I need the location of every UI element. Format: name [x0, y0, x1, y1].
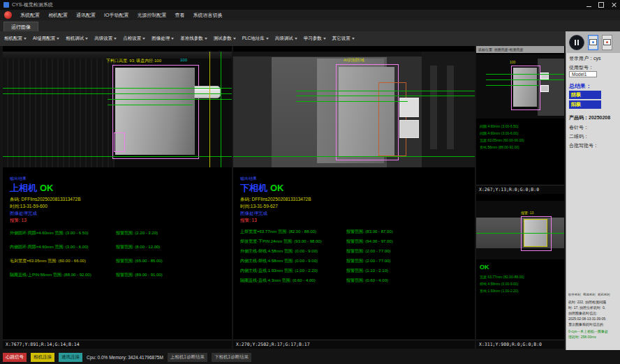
- reference-line: [3, 156, 232, 157]
- toolbar: 相机配置 AI使用配置 相机调试 高级设置 点检设置 图像处理 基准线参数 测试…: [0, 31, 566, 46]
- status-bar: 心跳信号 相机连接 通讯连接 Cpu: 0.0% Memory: 3424.41…: [0, 350, 620, 364]
- menu-item-view[interactable]: 查看: [175, 12, 184, 19]
- camera-image-top[interactable]: 下料口高度: 93; 吸盘内径:100 100: [3, 52, 232, 167]
- maximize-icon[interactable]: [598, 2, 604, 8]
- chevron-down-icon: [233, 38, 236, 40]
- menu-item-camera-config[interactable]: 相机配置: [48, 12, 68, 19]
- camera-title: 下相机: [240, 183, 267, 193]
- preview-image-top[interactable]: 100: [476, 54, 564, 119]
- preview-top-panel: 100 间隙:4.60mm (3.00-6.50) 间隙:4.60mm (3.0…: [476, 53, 564, 194]
- measurement-row: 内侧主线-焊线:4.58mm 范围: (0.00 - 9.00) 报警范围: (…: [240, 258, 472, 265]
- reference-line: [476, 233, 564, 234]
- measurement-alarm-range: 报警范围: (0.60 - 4.00): [346, 278, 388, 284]
- measurement-alarm-range: 报警范围: (94.00 - 97.00): [346, 238, 393, 245]
- toolbar-item-label: 相机调试: [66, 36, 84, 42]
- toolbar-item-label: 相机配置: [4, 36, 22, 42]
- camera-view-button-2[interactable]: [602, 35, 612, 50]
- toolbar-item-plc-address[interactable]: PLC地址库: [242, 36, 269, 42]
- toolbar-item-spot-check[interactable]: 点检设置: [123, 36, 145, 42]
- preview-measure-line: 宽度:63.05mm (60.00-66.00): [480, 138, 524, 142]
- toolbar-item-camera-config[interactable]: 相机配置: [4, 36, 27, 42]
- measurement-row: 隔圈直线-直线:4.3mm 范围: (0.60 - 4.00) 报警范围: (0…: [240, 278, 472, 285]
- stats-line: 耗时: 222, 拍照检测间隔: [568, 300, 606, 304]
- camera-image-bottom[interactable]: AI识别区域: [233, 52, 475, 167]
- menu-item-light-control-config[interactable]: 光源控制配置: [137, 12, 166, 19]
- model-select[interactable]: Model1: [569, 71, 597, 77]
- toolbar-item-ai-usage-config[interactable]: AI使用配置: [33, 36, 59, 42]
- stats-tab-software[interactable]: 软件耗时: [568, 293, 581, 296]
- measurement-alarm-range: 报警范围: (2.00 - 77.00): [346, 258, 390, 264]
- toolbar-item-learning-params[interactable]: 学习参数: [304, 36, 326, 42]
- reference-line: [486, 74, 564, 75]
- measurement-alarm-range: 报警范围: (2.20 - 3.20): [116, 230, 158, 236]
- result-ok-label: OK: [40, 183, 54, 193]
- stats-tabs: 软件耗时 视觉耗时 相机耗时: [568, 293, 610, 296]
- login-value: cys: [593, 56, 601, 61]
- toolbar-item-label: 高级调试: [275, 36, 293, 42]
- alarm-label: 报警: 13: [240, 218, 257, 224]
- preview-measure-line: 间隙:4.60mm (3.00-6.50): [480, 124, 518, 128]
- process-status-label: 图像处理完成: [10, 211, 37, 217]
- login-row: 登录用户：cys: [569, 55, 601, 62]
- result-badge-2: 阳极: [569, 100, 601, 109]
- measurement-alarm-range: 报警范围: (65.00 - 85.00): [116, 258, 163, 264]
- mouse-info-bar: 鼠标位置: 画面亮度-检测亮度: [476, 46, 564, 53]
- toolbar-item-advanced-debug[interactable]: 高级调试: [275, 36, 297, 42]
- diagnostic-bottom-camera[interactable]: 下相机1诊断结果: [212, 353, 251, 362]
- menu-bar: 系统配置 相机配置 通讯配置 IO手动配置 光源控制配置 查看 系统语言切换: [0, 10, 620, 20]
- roi-box: [114, 132, 125, 152]
- model-label: 使用型号：: [569, 65, 593, 70]
- measurement-row: 毛刺宽度=63.05mm 范围: (60.00 - 66.00) 报警范围: (…: [10, 258, 229, 265]
- pixel-coords-readout: X:267;Y:13;R:0;G:0;B:0: [476, 185, 564, 194]
- pixel-coords-readout: X:270;Y:2502;R:17;G:17;B:17: [233, 340, 475, 349]
- reference-line: [108, 99, 232, 100]
- toolbar-item-baseline-params[interactable]: 基准线参数: [180, 36, 207, 42]
- toolbar-item-test-params[interactable]: 测试参数: [214, 36, 236, 42]
- coords-text: X:267;Y:13;R:0;G:0;B:0: [479, 187, 539, 192]
- stats-tab-camera[interactable]: 相机耗时: [598, 293, 610, 296]
- reference-line: [108, 105, 193, 105]
- toolbar-item-advanced-settings[interactable]: 高级设置: [94, 36, 117, 42]
- stats-line: 2025:02:08-13:31:39:05:: [568, 317, 607, 321]
- measurement-text: 隔圈直线-直线:4.3mm 范围: (0.60 - 4.00): [240, 278, 316, 284]
- close-icon[interactable]: [611, 2, 617, 8]
- reference-line-vertical: [209, 52, 210, 167]
- window-controls: [586, 2, 617, 8]
- window-title: CYS-视觉检测系统: [12, 1, 53, 8]
- pause-icon: [575, 40, 576, 45]
- preview-measure-line: 焊线:4.58mm (0.00-9.00): [480, 282, 518, 286]
- menu-item-language-switch[interactable]: 系统语言切换: [193, 12, 222, 19]
- toolbar-item-image-processing[interactable]: 图像处理: [152, 36, 174, 42]
- overlay-value-label: 100: [180, 58, 187, 62]
- product-code-label: 产品码：: [569, 115, 589, 120]
- measurement-alarm-range: 报警范围: (2.00 - 77.00): [346, 248, 390, 255]
- menu-item-io-manual-config[interactable]: IO手动配置: [104, 12, 128, 19]
- menu-item-comm-config[interactable]: 通讯配置: [76, 12, 96, 19]
- preview-image-bottom[interactable]: 报警: 13: [476, 201, 564, 259]
- menu-item-system-config[interactable]: 系统配置: [20, 12, 40, 19]
- stats-green-line: 0-cys一单上相机一图像处: [568, 329, 608, 333]
- camera-view-button-1[interactable]: [588, 35, 598, 50]
- pixel-coords-readout: X:7677;Y:891;R:14;G:14;B:14: [3, 340, 232, 349]
- machine-background: [3, 52, 115, 167]
- barcode-label: 条码: DFFIins2025020813313472B: [240, 197, 311, 203]
- toolbar-item-other-settings[interactable]: 其它设置: [332, 36, 355, 42]
- measurement-row: 焊接宽度-下PIN:24mm 范围: (93.00 - 98.00) 报警范围:…: [240, 238, 472, 245]
- app-logo-icon: [4, 11, 12, 19]
- tab-run-image[interactable]: 运行图像: [3, 22, 38, 32]
- diagnostic-top-camera[interactable]: 上相机1诊断结果: [168, 353, 207, 362]
- reference-line: [296, 101, 408, 102]
- app-window-icon: [3, 2, 9, 8]
- process-status-label: 图像处理完成: [240, 211, 267, 217]
- measurement-row: 上焊宽度=63.77mm 范围: (82.00 - 88.00) 报警范围: (…: [240, 229, 472, 236]
- chevron-down-icon: [352, 38, 355, 40]
- chevron-down-icon: [114, 38, 117, 40]
- preview-measure-line: 直线:56mm (88.00-92.00): [480, 145, 519, 149]
- pause-button[interactable]: [569, 35, 584, 50]
- minimize-icon[interactable]: [586, 6, 591, 7]
- measurement-alarm-range: 报警范围: (89.00 - 91.00): [116, 272, 163, 278]
- stats-tab-vision[interactable]: 视觉耗时: [583, 293, 596, 296]
- pixel-coords-readout: X:311;Y:980;R:0;G:0;B:0: [476, 340, 564, 349]
- chevron-down-icon: [266, 38, 269, 40]
- toolbar-item-camera-debug[interactable]: 相机调试: [66, 36, 88, 42]
